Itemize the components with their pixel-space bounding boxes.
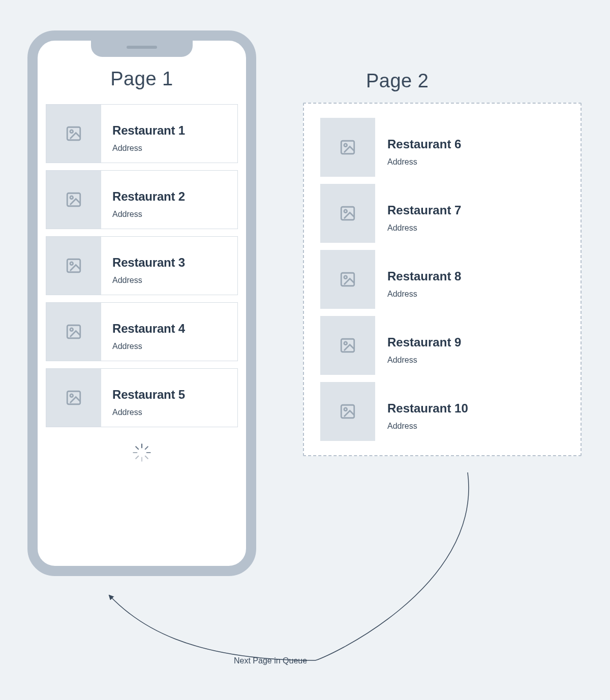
svg-point-3 bbox=[70, 196, 73, 199]
image-placeholder-icon bbox=[65, 191, 82, 208]
image-placeholder-icon bbox=[65, 389, 82, 406]
svg-rect-26 bbox=[341, 405, 354, 418]
list-item[interactable]: Restaurant 5 Address bbox=[46, 368, 238, 427]
svg-point-1 bbox=[70, 130, 73, 133]
image-placeholder-icon bbox=[65, 125, 82, 142]
image-placeholder-icon bbox=[339, 337, 356, 354]
image-placeholder-icon bbox=[339, 271, 356, 288]
list-item-thumbnail bbox=[320, 250, 375, 309]
list-item[interactable]: Restaurant 6 Address bbox=[320, 118, 564, 177]
list-item-name: Restaurant 10 bbox=[387, 401, 555, 416]
image-placeholder-icon bbox=[339, 205, 356, 222]
svg-rect-18 bbox=[341, 141, 354, 154]
list-item[interactable]: Restaurant 1 Address bbox=[46, 104, 238, 163]
image-placeholder-icon bbox=[65, 323, 82, 340]
phone-screen: Page 1 Restaurant 1 Address bbox=[38, 68, 246, 561]
flow-arrow-caption: Next Page in Queue bbox=[234, 656, 307, 665]
list-item-address: Address bbox=[112, 342, 228, 351]
svg-rect-6 bbox=[67, 325, 80, 338]
list-item-name: Restaurant 9 bbox=[387, 335, 555, 349]
list-item[interactable]: Restaurant 10 Address bbox=[320, 382, 564, 441]
list-item[interactable]: Restaurant 8 Address bbox=[320, 250, 564, 309]
phone-notch bbox=[91, 40, 193, 57]
list-item-thumbnail bbox=[46, 369, 101, 427]
list-item-thumbnail bbox=[46, 105, 101, 163]
svg-rect-2 bbox=[67, 193, 80, 206]
list-item-meta: Restaurant 8 Address bbox=[375, 250, 564, 309]
svg-point-25 bbox=[344, 342, 347, 345]
list-item[interactable]: Restaurant 4 Address bbox=[46, 302, 238, 361]
list-item-name: Restaurant 2 bbox=[112, 189, 228, 204]
list-item-address: Address bbox=[112, 408, 228, 417]
list-item-thumbnail bbox=[46, 171, 101, 229]
svg-line-16 bbox=[136, 456, 138, 459]
list-item-meta: Restaurant 5 Address bbox=[101, 369, 237, 427]
diagram-canvas: Page 1 Restaurant 1 Address bbox=[0, 0, 610, 700]
svg-point-19 bbox=[344, 144, 347, 147]
image-placeholder-icon bbox=[65, 257, 82, 274]
list-item-meta: Restaurant 9 Address bbox=[375, 316, 564, 375]
list-item-name: Restaurant 5 bbox=[112, 388, 228, 402]
list-item-name: Restaurant 4 bbox=[112, 322, 228, 336]
image-placeholder-icon bbox=[339, 139, 356, 156]
list-item-thumbnail bbox=[46, 237, 101, 295]
svg-line-17 bbox=[145, 447, 148, 449]
list-item-address: Address bbox=[112, 276, 228, 285]
svg-line-14 bbox=[136, 447, 138, 449]
page-1-list: Restaurant 1 Address Restaurant 2 Addres… bbox=[46, 104, 238, 427]
svg-point-21 bbox=[344, 210, 347, 213]
list-item-address: Address bbox=[387, 157, 555, 167]
list-item-address: Address bbox=[387, 422, 555, 431]
loading-spinner-icon bbox=[46, 441, 238, 464]
list-item-thumbnail bbox=[46, 303, 101, 361]
list-item-name: Restaurant 1 bbox=[112, 123, 228, 138]
svg-point-23 bbox=[344, 276, 347, 279]
svg-rect-4 bbox=[67, 259, 80, 272]
list-item-thumbnail bbox=[320, 118, 375, 177]
svg-rect-20 bbox=[341, 207, 354, 220]
list-item-thumbnail bbox=[320, 316, 375, 375]
list-item-name: Restaurant 6 bbox=[387, 137, 555, 151]
svg-point-7 bbox=[70, 328, 73, 331]
list-item-meta: Restaurant 2 Address bbox=[101, 171, 237, 229]
list-item[interactable]: Restaurant 7 Address bbox=[320, 184, 564, 243]
list-item-thumbnail bbox=[320, 382, 375, 441]
list-item-address: Address bbox=[387, 290, 555, 299]
svg-rect-8 bbox=[67, 391, 80, 404]
svg-rect-24 bbox=[341, 339, 354, 352]
svg-point-5 bbox=[70, 262, 73, 265]
svg-rect-0 bbox=[67, 127, 80, 140]
phone-speaker bbox=[127, 46, 157, 49]
svg-point-9 bbox=[70, 394, 73, 397]
page-2-title: Page 2 bbox=[366, 70, 429, 92]
list-item-thumbnail bbox=[320, 184, 375, 243]
image-placeholder-icon bbox=[339, 403, 356, 420]
list-item-meta: Restaurant 4 Address bbox=[101, 303, 237, 361]
list-item-meta: Restaurant 3 Address bbox=[101, 237, 237, 295]
phone-frame: Page 1 Restaurant 1 Address bbox=[27, 30, 256, 576]
list-item-address: Address bbox=[387, 356, 555, 365]
list-item[interactable]: Restaurant 9 Address bbox=[320, 316, 564, 375]
list-item-address: Address bbox=[387, 224, 555, 233]
page-2-panel: Restaurant 6 Address Restaurant 7 Addres… bbox=[303, 103, 582, 456]
list-item[interactable]: Restaurant 3 Address bbox=[46, 236, 238, 295]
list-item-name: Restaurant 3 bbox=[112, 256, 228, 270]
list-item-meta: Restaurant 1 Address bbox=[101, 105, 237, 163]
svg-point-27 bbox=[344, 408, 347, 411]
list-item-name: Restaurant 8 bbox=[387, 269, 555, 283]
list-item-name: Restaurant 7 bbox=[387, 203, 555, 217]
list-item-address: Address bbox=[112, 144, 228, 153]
list-item-address: Address bbox=[112, 210, 228, 219]
svg-line-15 bbox=[145, 456, 148, 459]
svg-rect-22 bbox=[341, 273, 354, 286]
list-item[interactable]: Restaurant 2 Address bbox=[46, 170, 238, 229]
page-2-list: Restaurant 6 Address Restaurant 7 Addres… bbox=[320, 118, 564, 441]
list-item-meta: Restaurant 6 Address bbox=[375, 118, 564, 177]
list-item-meta: Restaurant 7 Address bbox=[375, 184, 564, 243]
list-item-meta: Restaurant 10 Address bbox=[375, 382, 564, 441]
page-1-title: Page 1 bbox=[46, 68, 238, 90]
